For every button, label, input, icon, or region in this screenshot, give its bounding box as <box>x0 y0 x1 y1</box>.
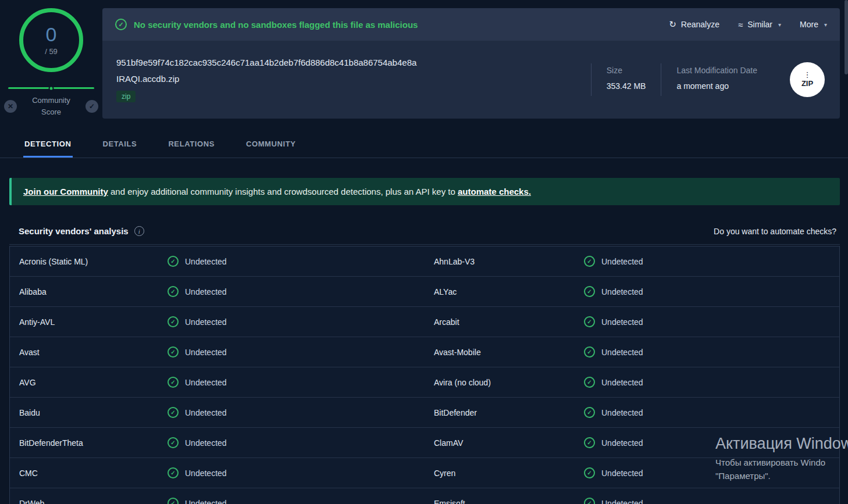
similar-label: Similar <box>747 20 772 29</box>
undetected-check-icon: ✓ <box>584 467 595 478</box>
status-text: Undetected <box>185 287 227 296</box>
undetected-check-icon: ✓ <box>584 316 595 327</box>
watermark-subtitle: Чтобы активировать Windo <box>715 457 848 467</box>
vendor-name: Avira (no cloud) <box>434 378 584 387</box>
table-row: Avast✓UndetectedAvast-Mobile✓Undetected <box>10 337 839 367</box>
undetected-check-icon: ✓ <box>584 407 595 418</box>
status-text: Undetected <box>601 438 643 448</box>
vendor-name: Cyren <box>434 469 584 478</box>
undetected-check-icon: ✓ <box>584 286 595 297</box>
undetected-check-icon: ✓ <box>168 256 179 267</box>
undetected-check-icon: ✓ <box>168 346 179 358</box>
undetected-check-icon: ✓ <box>584 498 595 504</box>
tab-relations[interactable]: RELATIONS <box>167 133 216 158</box>
vendor-name: Antiy-AVL <box>19 317 168 327</box>
vendor-status: ✓Undetected <box>584 498 830 504</box>
status-text: Undetected <box>601 469 643 478</box>
vendor-status: ✓Undetected <box>168 316 434 327</box>
vendor-name: Avast <box>19 348 168 357</box>
date-value: a moment ago <box>676 81 757 91</box>
vendor-name: Acronis (Static ML) <box>19 257 168 266</box>
file-size-block: Size 353.42 MB <box>591 63 661 96</box>
reanalyze-button[interactable]: ↻ Reanalyze <box>669 19 719 30</box>
table-row: Antiy-AVL✓UndetectedArcabit✓Undetected <box>10 307 839 337</box>
automate-checks-question[interactable]: Do you want to automate checks? <box>714 227 836 236</box>
status-text: Undetected <box>601 348 643 357</box>
status-text: Undetected <box>601 499 643 504</box>
vendor-status: ✓Undetected <box>168 437 434 448</box>
more-button[interactable]: More ▾ <box>800 20 827 29</box>
reanalyze-icon: ↻ <box>669 19 676 30</box>
table-row: Baidu✓UndetectedBitDefender✓Undetected <box>10 398 839 428</box>
x-icon: ✕ <box>8 102 13 110</box>
vendor-name: Emsisoft <box>434 499 584 504</box>
zip-badge-label: ZIP <box>801 79 813 88</box>
status-text: Undetected <box>185 499 227 504</box>
status-text: Undetected <box>185 378 227 387</box>
status-text: Undetected <box>601 287 643 296</box>
status-text: Undetected <box>185 317 227 327</box>
community-score-slider[interactable] <box>8 87 94 89</box>
undetected-check-icon: ✓ <box>584 377 595 388</box>
scrollbar[interactable] <box>845 0 848 74</box>
undetected-check-icon: ✓ <box>168 407 179 418</box>
chevron-down-icon: ▾ <box>824 22 827 28</box>
vendor-name: BitDefenderTheta <box>19 438 168 448</box>
tag-zip[interactable]: zip <box>116 91 136 102</box>
vendor-status: ✓Undetected <box>168 286 434 297</box>
score-panel: 0 / 59 ✕ CommunityScore ✓ <box>0 8 102 117</box>
slider-knob[interactable] <box>49 85 54 91</box>
similar-button[interactable]: ≈ Similar ▾ <box>738 20 781 30</box>
vendor-status: ✓Undetected <box>584 316 830 327</box>
vendor-name: DrWeb <box>19 499 168 504</box>
vendor-name: AVG <box>19 378 168 387</box>
undetected-check-icon: ✓ <box>168 377 179 388</box>
verdict-check-icon: ✓ <box>115 19 127 30</box>
undetected-check-icon: ✓ <box>168 498 179 504</box>
vendor-name: AhnLab-V3 <box>434 257 584 266</box>
analysis-title: Security vendors' analysis <box>19 226 129 236</box>
size-value: 353.42 MB <box>607 81 646 91</box>
vendor-status: ✓Undetected <box>168 377 434 388</box>
vendor-name: ClamAV <box>434 438 584 448</box>
status-text: Undetected <box>601 408 643 417</box>
watermark-settings: "Параметры". <box>715 471 848 481</box>
vote-malicious-icon[interactable]: ✕ <box>4 100 17 113</box>
undetected-check-icon: ✓ <box>584 256 595 267</box>
analysis-header: Security vendors' analysis i Do you want… <box>9 226 840 245</box>
header-section: 0 / 59 ✕ CommunityScore ✓ ✓ No security … <box>0 0 848 119</box>
verdict-bar: ✓ No security vendors and no sandboxes f… <box>102 8 840 41</box>
watermark-title: Активация Windows <box>715 435 848 453</box>
tag-row: zip <box>116 91 591 102</box>
join-community-link[interactable]: Join our Community <box>23 187 108 196</box>
vendor-name: Baidu <box>19 408 168 417</box>
reanalyze-label: Reanalyze <box>681 20 719 29</box>
check-icon: ✓ <box>89 102 95 110</box>
automate-checks-link[interactable]: automate checks. <box>458 187 531 196</box>
gauge-inner: 0 / 59 <box>45 24 58 56</box>
vendor-status: ✓Undetected <box>168 346 434 358</box>
community-score-row: ✕ CommunityScore ✓ <box>4 95 98 117</box>
vendor-status: ✓Undetected <box>584 256 830 267</box>
tab-details[interactable]: DETAILS <box>102 133 138 158</box>
verdict-left: ✓ No security vendors and no sandboxes f… <box>115 19 418 30</box>
verdict-message: No security vendors and no sandboxes fla… <box>134 20 418 30</box>
tab-community[interactable]: COMMUNITY <box>245 133 297 158</box>
similar-icon: ≈ <box>738 20 743 30</box>
community-score-label: CommunityScore <box>32 95 70 117</box>
file-report-card: ✓ No security vendors and no sandboxes f… <box>102 8 840 119</box>
windows-activation-watermark: Активация Windows Чтобы активировать Win… <box>715 435 848 481</box>
last-modified-block: Last Modification Date a moment ago <box>661 63 772 96</box>
chevron-down-icon: ▾ <box>778 22 781 28</box>
info-icon[interactable]: i <box>134 226 144 236</box>
file-info-bar: 951bf9e59f74c182cac935c246c71aa14b2deb7f… <box>102 41 840 119</box>
vendor-status: ✓Undetected <box>168 407 434 418</box>
vote-harmless-icon[interactable]: ✓ <box>85 100 98 113</box>
score-total: / 59 <box>45 47 58 56</box>
tab-bar: DETECTION DETAILS RELATIONS COMMUNITY <box>0 133 848 158</box>
tab-detection[interactable]: DETECTION <box>23 133 73 158</box>
status-text: Undetected <box>185 408 227 417</box>
file-hash: 951bf9e59f74c182cac935c246c71aa14b2deb7f… <box>116 58 591 67</box>
zip-file-icon: ⋮ ZIP <box>790 62 825 97</box>
detection-score-gauge: 0 / 59 <box>19 8 83 72</box>
